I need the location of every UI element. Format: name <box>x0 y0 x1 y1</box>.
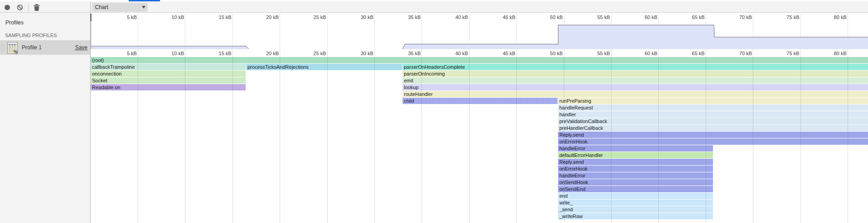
svg-text:%: % <box>14 49 18 54</box>
